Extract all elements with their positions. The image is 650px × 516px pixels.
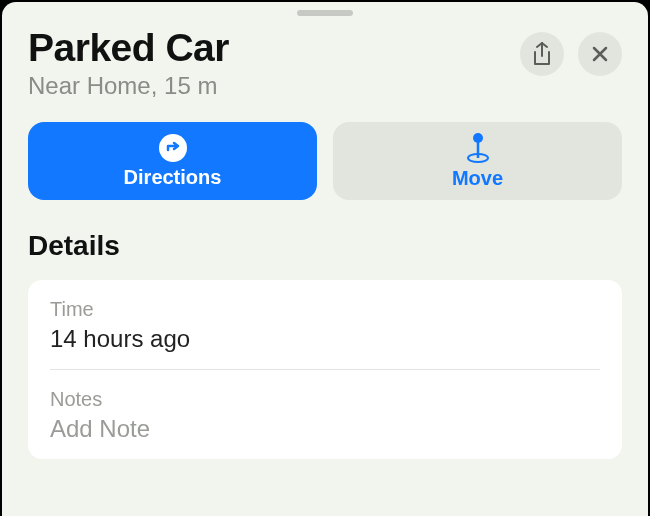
header-actions — [520, 32, 622, 76]
directions-button[interactable]: Directions — [28, 122, 317, 200]
button-row: Directions Move — [28, 122, 622, 200]
title-block: Parked Car Near Home, 15 m — [28, 26, 520, 100]
time-label: Time — [50, 298, 600, 321]
close-icon — [591, 45, 609, 63]
move-pin-icon — [465, 133, 491, 163]
details-card: Time 14 hours ago Notes Add Note — [28, 280, 622, 459]
notes-label: Notes — [50, 388, 600, 411]
close-button[interactable] — [578, 32, 622, 76]
move-button[interactable]: Move — [333, 122, 622, 200]
directions-icon — [159, 134, 187, 162]
share-icon — [532, 42, 552, 66]
time-row: Time 14 hours ago — [50, 280, 600, 369]
sheet: Parked Car Near Home, 15 m — [2, 2, 648, 516]
move-label: Move — [452, 167, 503, 190]
page-title: Parked Car — [28, 26, 520, 70]
page-subtitle: Near Home, 15 m — [28, 72, 520, 100]
directions-label: Directions — [124, 166, 222, 189]
drag-handle[interactable] — [297, 10, 353, 16]
svg-point-2 — [473, 133, 483, 143]
notes-placeholder: Add Note — [50, 415, 600, 443]
details-section-title: Details — [28, 230, 622, 262]
notes-row[interactable]: Notes Add Note — [50, 369, 600, 459]
header: Parked Car Near Home, 15 m — [28, 26, 622, 100]
share-button[interactable] — [520, 32, 564, 76]
time-value: 14 hours ago — [50, 325, 600, 353]
